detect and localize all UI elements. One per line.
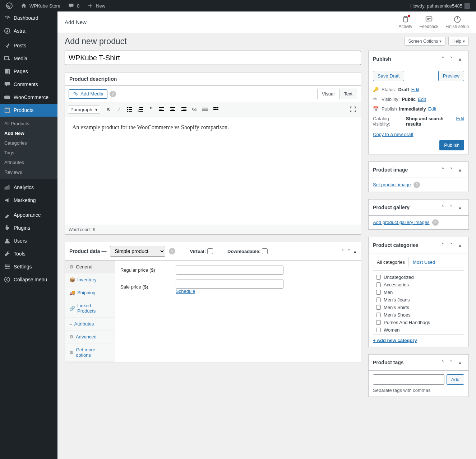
more-button[interactable] <box>200 104 210 114</box>
toggle-panel-icon[interactable]: ▴ <box>456 55 464 63</box>
toolbar-toggle-button[interactable] <box>211 104 221 114</box>
quote-button[interactable]: " <box>146 104 156 114</box>
tab-most-used[interactable]: Most Used <box>409 257 439 267</box>
comments-link[interactable]: 0 <box>65 0 82 11</box>
pdtab-advanced[interactable]: ⚙ Advanced <box>65 331 115 343</box>
category-accessories[interactable]: Accessories <box>376 281 461 289</box>
submenu-all-products[interactable]: All Products <box>0 119 57 128</box>
publish-button[interactable]: Publish <box>439 140 464 150</box>
align-left-button[interactable] <box>157 104 167 114</box>
link-button[interactable] <box>189 104 199 114</box>
move-down-icon[interactable]: ˅ <box>447 165 456 174</box>
toggle-panel-icon[interactable]: ▴ <box>456 358 464 367</box>
sidebar-item-woocommerce[interactable]: WooCommerce <box>0 91 57 104</box>
sale-price-input[interactable] <box>176 280 283 289</box>
ol-button[interactable]: 123 <box>135 104 145 114</box>
tag-input[interactable] <box>373 374 444 385</box>
category-men[interactable]: Men <box>376 289 461 296</box>
sidebar-item-tools[interactable]: Tools <box>0 247 57 260</box>
help-icon[interactable]: ? <box>169 248 175 254</box>
topaction-activity[interactable]: Activity <box>399 15 412 29</box>
italic-button[interactable]: I <box>114 104 124 114</box>
category-men-s-shoes[interactable]: Men's Shoes <box>376 311 461 319</box>
regular-price-input[interactable] <box>176 266 283 275</box>
pdtab-attributes[interactable]: ≡ Attributes <box>65 318 115 331</box>
category-men-s-jeans[interactable]: Men's Jeans <box>376 296 461 304</box>
category-men-s-shirts[interactable]: Men's Shirts <box>376 304 461 311</box>
move-down-icon[interactable]: ˅ <box>447 203 456 212</box>
pdtab-get-more-options[interactable]: ⚙ Get more options <box>65 343 115 362</box>
toggle-panel-icon[interactable]: ▴ <box>354 249 356 254</box>
move-down-icon[interactable]: ˅ <box>348 249 350 254</box>
submenu-add-new[interactable]: Add New <box>0 128 57 138</box>
sidebar-item-collapse-menu[interactable]: Collapse menu <box>0 273 57 286</box>
topaction-finish-setup[interactable]: Finish setup <box>445 15 469 29</box>
set-product-image-link[interactable]: Set product image <box>373 182 411 187</box>
category-purses-and-handbags[interactable]: Purses And Handbags <box>376 319 461 326</box>
pdtab-linked-products[interactable]: 🔗 Linked Products <box>65 299 115 318</box>
toggle-panel-icon[interactable]: ▴ <box>456 203 464 212</box>
sidebar-item-dashboard[interactable]: Dashboard <box>0 11 57 24</box>
move-up-icon[interactable]: ˄ <box>438 203 447 212</box>
pdtab-shipping[interactable]: 🚚 Shipping <box>65 286 115 299</box>
tab-all-categories[interactable]: All categories <box>373 257 409 267</box>
edit-status-link[interactable]: Edit <box>411 87 419 92</box>
pdtab-inventory[interactable]: 📦 Inventory <box>65 273 115 286</box>
move-down-icon[interactable]: ˅ <box>447 358 456 367</box>
help-button[interactable]: Help ▾ <box>448 37 469 46</box>
sidebar-item-plugins[interactable]: Plugins <box>0 221 57 234</box>
category-women[interactable]: Women <box>376 326 461 334</box>
sidebar-item-media[interactable]: Media <box>0 52 57 65</box>
move-up-icon[interactable]: ˄ <box>438 55 447 63</box>
help-icon[interactable]: ? <box>432 219 439 226</box>
category-uncategorized[interactable]: Uncategorized <box>376 273 461 281</box>
move-down-icon[interactable]: ˅ <box>447 241 456 249</box>
schedule-link[interactable]: Schedule <box>176 289 195 294</box>
add-category-link[interactable]: + Add new category <box>373 338 417 343</box>
wp-logo[interactable] <box>3 0 16 11</box>
submenu-reviews[interactable]: Reviews <box>0 167 57 177</box>
sidebar-item-analytics[interactable]: Analytics <box>0 181 57 194</box>
edit-visibility-link[interactable]: Edit <box>418 97 426 102</box>
sidebar-item-appearance[interactable]: Appearance <box>0 209 57 221</box>
help-icon[interactable]: ? <box>413 182 420 188</box>
sidebar-item-posts[interactable]: Posts <box>0 39 57 52</box>
submenu-attributes[interactable]: Attributes <box>0 158 57 167</box>
site-link[interactable]: WPKube Store <box>17 0 63 11</box>
bold-button[interactable]: B <box>103 104 113 114</box>
fullscreen-button[interactable] <box>348 104 358 114</box>
copy-draft-link[interactable]: Copy to a new draft <box>373 132 413 137</box>
edit-catalog-link[interactable]: Edit <box>456 116 464 121</box>
move-up-icon[interactable]: ˄ <box>438 358 447 367</box>
add-media-button[interactable]: Add Media <box>69 89 107 99</box>
screen-options-button[interactable]: Screen Options ▾ <box>405 37 446 46</box>
editor-content[interactable]: An example product for the WooCommerce v… <box>65 117 361 225</box>
add-gallery-link[interactable]: Add product gallery images <box>373 220 430 225</box>
help-icon[interactable]: ? <box>110 91 116 97</box>
sidebar-item-settings[interactable]: Settings <box>0 260 57 273</box>
product-title-input[interactable] <box>65 51 361 65</box>
howdy[interactable]: Howdy, pahasemice5485 <box>407 0 473 11</box>
tab-visual[interactable]: Visual <box>317 89 339 99</box>
align-center-button[interactable] <box>168 104 178 114</box>
preview-button[interactable]: Preview <box>438 71 464 81</box>
tab-text[interactable]: Text <box>339 89 357 99</box>
product-type-select[interactable]: Simple product <box>110 246 165 257</box>
submenu-tags[interactable]: Tags <box>0 148 57 158</box>
save-draft-button[interactable]: Save Draft <box>373 71 404 81</box>
sidebar-item-astra[interactable]: Astra <box>0 24 57 37</box>
sidebar-item-users[interactable]: Users <box>0 234 57 247</box>
new-link[interactable]: New <box>84 0 108 11</box>
add-tag-button[interactable]: Add <box>447 374 464 385</box>
format-select[interactable]: Paragraph▾ <box>68 106 100 114</box>
submenu-categories[interactable]: Categories <box>0 138 57 148</box>
sidebar-item-pages[interactable]: Pages <box>0 65 57 78</box>
edit-schedule-link[interactable]: Edit <box>428 106 436 112</box>
move-up-icon[interactable]: ˄ <box>438 241 447 249</box>
virtual-checkbox[interactable]: Virtual: <box>190 248 213 254</box>
move-down-icon[interactable]: ˅ <box>447 55 456 63</box>
sidebar-item-marketing[interactable]: Marketing <box>0 194 57 207</box>
topaction-feedback[interactable]: Feedback <box>420 15 439 29</box>
toggle-panel-icon[interactable]: ▴ <box>456 165 464 174</box>
sidebar-item-comments[interactable]: Comments <box>0 78 57 91</box>
